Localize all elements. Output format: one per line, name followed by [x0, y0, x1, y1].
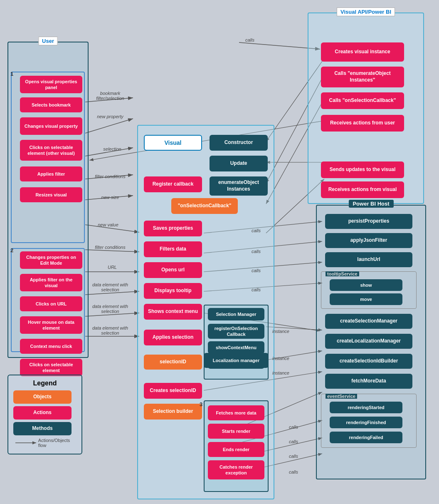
context-menu-click-box: Context menu click: [20, 339, 82, 354]
new-value-label: new value: [89, 222, 127, 227]
user-title: User: [38, 37, 58, 45]
create-localization-manager-box: createLocalizationManager: [325, 334, 412, 349]
calls-render-end-label: calls: [289, 454, 298, 459]
saves-properties-box: Saves properties: [144, 221, 202, 236]
clicks-selectable-other-box: Clicks on selectable element (other visu…: [20, 140, 82, 161]
legend-flow: Actions/Objects flow: [13, 438, 76, 448]
selection-id-box: selectionID: [144, 355, 202, 370]
changes-visual-property-box: Changes visual property: [20, 117, 82, 135]
calls-filters-label: calls: [252, 249, 261, 254]
create-selection-id-builder-box: createSelectionIdBuilder: [325, 354, 412, 369]
legend-actions: Actions: [13, 406, 76, 420]
starts-render-box: Starts render: [208, 424, 264, 439]
rendering-failed-box: renderingFailed: [330, 432, 402, 443]
applies-selection-box: Applies selection: [144, 330, 202, 345]
clicks-selectable-box: Clicks on selectable element: [20, 359, 82, 376]
selection-label: selection: [96, 146, 129, 151]
data-element-1-label: data element with selection: [89, 282, 131, 292]
instance-sel-label: instance: [272, 329, 289, 334]
localization-manager-box: Localization manager: [204, 353, 269, 368]
fetch-more-data-box: fetchMoreData: [325, 374, 412, 389]
svg-line-10: [85, 250, 139, 252]
register-on-selection-box: registerOnSelection Callback: [208, 324, 264, 339]
enumerate-instances-box: enumerateObject Instances: [210, 176, 268, 196]
calls-fetch-label: calls: [289, 425, 298, 430]
apply-json-filter-box: applyJsonFilter: [325, 233, 412, 248]
data-element-2-label: data element with selection: [89, 304, 131, 314]
url-label: URL: [100, 265, 125, 270]
applies-filter-box: Applies filter: [20, 166, 82, 181]
section-3: 3: [200, 401, 202, 407]
section-1: 1: [10, 71, 13, 77]
create-selection-manager-box: createSelectionManager: [325, 314, 412, 329]
receives-actions-user-box: Receives actions from user: [321, 115, 404, 132]
calls-tooltip-label: calls: [252, 287, 261, 292]
calls-saves-label: calls: [252, 228, 261, 233]
update-box: Update: [210, 156, 268, 171]
legend-actions-box: Actions: [13, 406, 72, 420]
filters-data-box: Filters data: [144, 241, 202, 257]
register-callback-box: Register callback: [144, 176, 202, 192]
opens-visual-props-box: Opens visual properties panel: [20, 76, 82, 93]
legend-objects-box: Objects: [13, 390, 72, 404]
calls-selection-callback-box: Calls "onSelectionCallback": [321, 92, 404, 109]
legend-methods: Methods: [13, 422, 76, 435]
svg-line-5: [85, 119, 133, 133]
calls-render-start-label: calls: [289, 439, 298, 444]
calls-render-fail-label: calls: [289, 469, 298, 474]
catches-render-exception-box: Catches render exception: [208, 460, 264, 479]
selection-builder-box: Selection builder: [144, 404, 202, 420]
shows-context-menu-box: Shows context menu: [144, 304, 202, 320]
opens-url-box: Opens url: [144, 262, 202, 278]
changes-props-edit-box: Changes properties on Edit Mode: [20, 251, 82, 269]
constructor-box: Constructor: [210, 135, 268, 151]
power-bi-host-title: Power BI Host: [348, 200, 393, 208]
diagram-container: Visual API/Power BI Creates visual insta…: [0, 0, 439, 504]
user-panel: User 1 Opens visual properties panel Sel…: [7, 42, 89, 358]
power-bi-host-panel: Power BI Host persistProperties applyJso…: [316, 205, 426, 479]
launch-url-box: launchUrl: [325, 252, 412, 267]
displays-tooltip-box: Displays tooltip: [144, 283, 202, 299]
creates-selection-id-box: Creates selectionID: [144, 383, 202, 399]
new-size-label: new size: [91, 195, 129, 200]
tooltip-move-box: move: [330, 293, 402, 305]
selects-bookmark-box: Selects bookmark: [20, 97, 82, 112]
visual-panel: Visual Constructor Update enumerateObjec…: [137, 125, 274, 499]
calls-url-label: calls: [252, 268, 261, 273]
visual-api-title: Visual API/Power BI: [337, 7, 395, 16]
tooltip-show-box: show: [330, 279, 402, 291]
data-element-3-label: data element with selection: [89, 325, 131, 335]
filter-conditions-2-label: filter conditions: [89, 245, 131, 250]
event-service-label: eventService: [326, 394, 357, 399]
selection-manager-title: Selection Manager: [208, 308, 264, 320]
sends-updates-box: Sends updates to the visual: [321, 161, 404, 178]
fetches-more-data-box: Fetches more data: [208, 405, 264, 420]
legend-title: Legend: [13, 380, 76, 387]
instance-selid-label: instance: [272, 370, 289, 375]
visual-title-box: Visual: [144, 135, 202, 151]
new-property-label: new property: [89, 114, 131, 119]
legend-methods-box: Methods: [13, 422, 72, 435]
calls-label-top: calls: [245, 37, 254, 42]
clicks-url-box: Clicks on URL: [20, 296, 82, 311]
ends-render-box: Ends render: [208, 442, 264, 457]
visual-api-panel: Visual API/Power BI Creates visual insta…: [308, 12, 424, 204]
rendering-finished-box: renderingFinished: [330, 417, 402, 428]
receives-actions-visual-box: Receives actions from visual: [321, 181, 404, 198]
resizes-visual-box: Resizes visual: [20, 187, 82, 202]
applies-filter-visual-box: Applies filter on the visual: [20, 274, 82, 291]
section-2: 2: [10, 247, 13, 253]
show-context-menu-method-box: showContextMenu: [208, 341, 264, 354]
hover-mouse-box: Hover mouse on data element: [20, 316, 82, 334]
instance-loc-label: instance: [272, 356, 289, 361]
calls-enumerate-box: Calls "enumerateObject Instances": [321, 67, 404, 87]
legend-objects: Objects: [13, 390, 76, 404]
bookmark-filter-label: bookmark filter/selection: [89, 91, 131, 101]
legend-panel: Legend Objects Actions Methods Actions/O…: [7, 375, 82, 454]
creates-visual-instance-box: Creates visual instance: [321, 42, 404, 62]
legend-flow-label: Actions/Objects flow: [38, 438, 76, 448]
filter-conditions-label: filter conditions: [89, 174, 131, 179]
on-selection-callback-box: "onSelectionCallback": [171, 198, 238, 214]
tooltip-service-label: tooltipService: [326, 271, 359, 276]
rendering-started-box: renderingStarted: [330, 402, 402, 413]
